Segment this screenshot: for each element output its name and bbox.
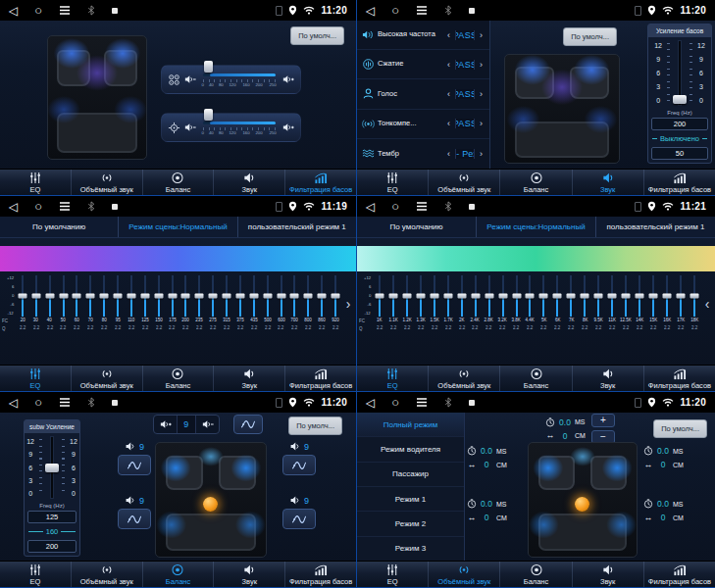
eq-band[interactable]: 125 2.2 bbox=[138, 275, 152, 332]
increase-delay-button[interactable]: + bbox=[591, 414, 615, 427]
band-slider[interactable] bbox=[638, 275, 640, 317]
recents-icon[interactable] bbox=[59, 397, 71, 408]
band-slider[interactable] bbox=[172, 275, 174, 317]
tab[interactable]: Звук bbox=[572, 170, 643, 195]
slider-handle[interactable] bbox=[290, 294, 299, 299]
slider-handle[interactable] bbox=[181, 294, 190, 299]
slider-handle[interactable] bbox=[594, 294, 603, 299]
back-icon[interactable]: ◁ bbox=[366, 5, 375, 17]
band-slider[interactable] bbox=[556, 275, 558, 317]
phase-curve-button[interactable] bbox=[282, 455, 316, 475]
volume-down-icon[interactable] bbox=[184, 74, 196, 85]
sound-menu-row[interactable]: Высокая частота ‹ PASS › bbox=[357, 21, 489, 50]
band-slider[interactable] bbox=[570, 275, 572, 317]
band-slider[interactable] bbox=[392, 275, 394, 317]
eq-band[interactable]: 800 2.2 bbox=[301, 275, 315, 332]
eq-band[interactable]: 8K 2.2 bbox=[578, 275, 591, 332]
band-slider[interactable] bbox=[103, 275, 105, 317]
tab[interactable]: Фильтрация басов bbox=[284, 562, 356, 587]
slider-handle[interactable] bbox=[375, 294, 383, 299]
slider-handle[interactable] bbox=[127, 294, 135, 299]
delay-group[interactable]: 0.0 MS ↔ 0 CM bbox=[467, 497, 507, 524]
tab[interactable]: Звук bbox=[213, 366, 284, 391]
tab[interactable]: Баланс bbox=[142, 562, 214, 587]
eq-band[interactable]: 16K 2.2 bbox=[660, 275, 674, 332]
phase-curve-button[interactable] bbox=[118, 455, 151, 475]
sound-menu-row[interactable]: Сжатие ‹ PASS › bbox=[357, 50, 489, 79]
tab[interactable]: EQ bbox=[0, 366, 71, 391]
slider-handle[interactable] bbox=[388, 294, 397, 299]
band-slider[interactable] bbox=[158, 275, 160, 317]
eq-band[interactable]: 1.1K 2.2 bbox=[386, 275, 400, 332]
eq-band[interactable]: 2.4K 2.2 bbox=[469, 275, 483, 332]
tab[interactable]: Объёмный звук bbox=[428, 170, 499, 195]
recents-icon[interactable] bbox=[416, 201, 428, 212]
slider-handle[interactable] bbox=[649, 294, 658, 299]
volume-down-icon[interactable] bbox=[184, 122, 196, 133]
band-slider[interactable] bbox=[461, 275, 463, 317]
tab[interactable]: EQ bbox=[0, 562, 71, 587]
volume-up-icon[interactable] bbox=[282, 74, 294, 85]
sound-menu-row[interactable]: Тонкомпе... ‹ PASS › bbox=[357, 110, 489, 139]
slider-handle[interactable] bbox=[581, 294, 589, 299]
eq-band[interactable]: 375 2.2 bbox=[233, 275, 247, 332]
slider-handle[interactable] bbox=[45, 464, 59, 472]
eq-band[interactable]: 50 2.2 bbox=[57, 275, 71, 332]
eq-band[interactable]: 1.7K 2.2 bbox=[441, 275, 455, 332]
slider-handle[interactable] bbox=[402, 294, 411, 299]
home-icon[interactable]: ○ bbox=[34, 200, 42, 213]
eq-band[interactable]: 275 2.2 bbox=[206, 275, 220, 332]
default-button[interactable]: По умолч... bbox=[563, 27, 617, 46]
home-icon[interactable]: ○ bbox=[34, 396, 42, 409]
slider-handle[interactable] bbox=[539, 294, 548, 299]
slider-handle[interactable] bbox=[676, 294, 685, 299]
band-slider[interactable] bbox=[625, 275, 627, 317]
recents-icon[interactable] bbox=[59, 201, 71, 212]
band-slider[interactable] bbox=[212, 275, 214, 317]
sound-menu-row[interactable]: Тембр ‹ бр - Резки › bbox=[357, 139, 489, 169]
band-slider[interactable] bbox=[239, 275, 241, 317]
eq-band[interactable]: 5K 2.2 bbox=[536, 275, 550, 332]
band-slider[interactable] bbox=[666, 275, 668, 317]
delay-group[interactable]: 0.0 MS ↔ 0 CM bbox=[643, 444, 684, 471]
tab[interactable]: EQ bbox=[357, 170, 428, 195]
band-slider[interactable] bbox=[22, 275, 24, 317]
band-slider[interactable] bbox=[597, 275, 599, 317]
slider-handle[interactable] bbox=[249, 294, 258, 299]
tab[interactable]: Звук bbox=[572, 562, 643, 587]
surround-mode-item[interactable]: Пассажир bbox=[357, 463, 464, 487]
eq-mode[interactable]: пользовательский режим 1 bbox=[237, 217, 356, 237]
eq-band[interactable]: 30 2.2 bbox=[29, 275, 43, 332]
tab[interactable]: Звук bbox=[213, 562, 284, 587]
recents-icon[interactable] bbox=[416, 397, 428, 408]
eq-band[interactable]: 1.2K 2.2 bbox=[400, 275, 414, 332]
eq-band[interactable]: 110 2.2 bbox=[125, 275, 138, 332]
surround-mode-item[interactable]: Режим водителя bbox=[357, 437, 464, 462]
eq-band[interactable]: 9.5K 2.2 bbox=[591, 275, 605, 332]
surround-mode-item[interactable]: Полный режим bbox=[357, 413, 464, 437]
tab[interactable]: Фильтрация басов bbox=[643, 170, 715, 195]
band-slider[interactable] bbox=[652, 275, 654, 317]
slider-handle[interactable] bbox=[114, 294, 123, 299]
surround-mode-item[interactable]: Режим 3 bbox=[357, 537, 464, 561]
band-slider[interactable] bbox=[502, 275, 504, 317]
tab[interactable]: Объёмный звук bbox=[428, 562, 499, 587]
slider-handle[interactable] bbox=[209, 294, 218, 299]
band-slider[interactable] bbox=[379, 275, 381, 317]
surround-mode-item[interactable]: Режим 2 bbox=[357, 512, 464, 536]
slider-handle[interactable] bbox=[223, 294, 231, 299]
recents-icon[interactable] bbox=[59, 5, 71, 16]
freq-option[interactable]: 50 bbox=[651, 147, 708, 160]
chevron-right-icon[interactable]: › bbox=[478, 30, 485, 40]
band-slider[interactable] bbox=[475, 275, 477, 317]
band-slider[interactable] bbox=[293, 275, 295, 317]
eq-band[interactable]: 15K 2.2 bbox=[646, 275, 660, 332]
band-slider[interactable] bbox=[63, 275, 65, 317]
slider-handle[interactable] bbox=[622, 294, 631, 299]
slider-handle[interactable] bbox=[235, 294, 244, 299]
volume-up-button[interactable] bbox=[154, 416, 177, 433]
eq-band[interactable]: 40 2.2 bbox=[43, 275, 57, 332]
chevron-left-icon[interactable]: ‹ bbox=[445, 60, 452, 70]
slider-handle[interactable] bbox=[457, 294, 466, 299]
slider-handle[interactable] bbox=[140, 294, 149, 299]
